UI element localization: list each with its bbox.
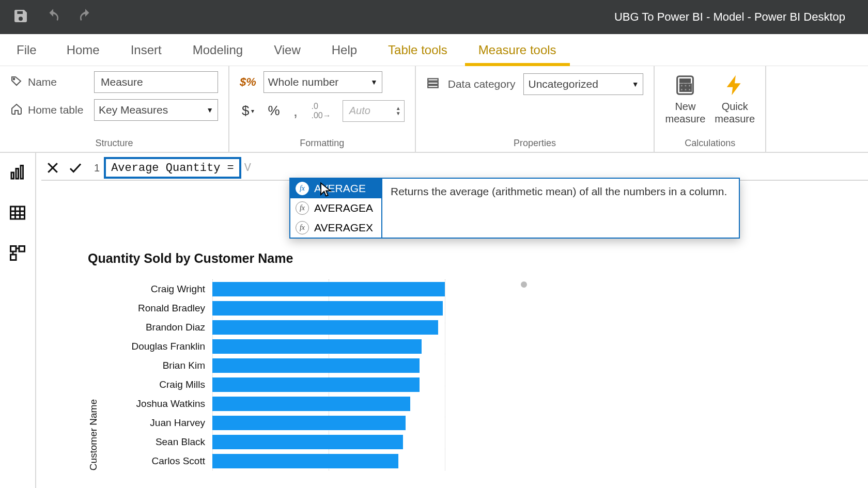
bar-category-label: Juan Harvey [106,417,212,429]
bar[interactable] [212,454,398,468]
decimals-button[interactable]: .0.00→ [309,100,333,122]
ribbon-content: Name Home table Key Measures ▼ Structure [0,66,868,153]
function-description: Returns the average (arithmetic mean) of… [382,179,739,238]
tab-view[interactable]: View [260,35,314,66]
bar-category-label: Craig Mills [106,379,212,390]
svg-rect-12 [11,172,14,179]
format-select[interactable]: Whole number ▼ [264,71,382,93]
formula-input[interactable]: Average Quantity = [104,157,241,179]
chevron-down-icon: ▼ [370,78,378,86]
quick-measure-button[interactable]: Quick measure [715,71,755,125]
svg-rect-20 [11,246,17,252]
bar-category-label: Craig Wright [106,284,212,295]
bar-row: Carlos Scott [106,451,517,470]
tab-insert[interactable]: Insert [117,35,175,66]
function-item-average[interactable]: fxAVERAGE [290,179,381,198]
function-name: AVERAGE [314,182,366,195]
data-category-select[interactable]: Uncategorized ▼ [523,73,643,95]
chevron-down-icon: ▼ [632,80,639,88]
function-item-averagea[interactable]: fxAVERAGEA [290,198,381,218]
svg-rect-6 [680,84,684,87]
home-table-value: Key Measures [99,104,168,116]
tab-file[interactable]: File [4,35,49,66]
fx-icon: fx [296,201,309,215]
format-icon: $% [240,75,256,89]
bar-category-label: Brandon Diaz [106,322,212,333]
tag-icon [10,75,23,90]
bar[interactable] [212,377,420,392]
bar-category-label: Brian Kim [106,360,212,371]
data-view-button[interactable] [8,203,27,222]
group-label-properties: Properties [514,138,556,149]
bar[interactable] [212,339,422,354]
quick-measure-label: Quick measure [715,100,755,125]
function-item-averagex[interactable]: fxAVERAGEX [290,218,381,238]
tab-measure-tools[interactable]: Measure tools [465,35,570,66]
percent-button[interactable]: % [266,101,282,121]
intellisense-popup: fxAVERAGEfxAVERAGEAfxAVERAGEX Returns th… [289,178,740,239]
bar[interactable] [212,320,438,335]
decimal-places-input[interactable]: Auto ▲▼ [343,100,405,122]
svg-rect-8 [688,84,691,87]
formula-bar: 1 Average Quantity = V [41,156,868,181]
redo-icon[interactable] [78,8,93,26]
tab-help[interactable]: Help [318,35,370,66]
tab-table-tools[interactable]: Table tools [375,35,461,66]
save-icon[interactable] [12,8,29,26]
tab-modeling[interactable]: Modeling [179,35,256,66]
bar[interactable] [212,435,403,449]
bar-row: Juan Harvey [106,413,517,432]
currency-button[interactable]: $ ▾ [240,101,256,121]
bar-row: Craig Mills [106,375,517,394]
function-list: fxAVERAGEfxAVERAGEAfxAVERAGEX [290,179,382,238]
svg-rect-7 [684,84,687,87]
svg-rect-22 [11,255,17,260]
bar[interactable] [212,358,420,373]
new-measure-button[interactable]: New measure [665,71,705,125]
home-table-select[interactable]: Key Measures ▼ [94,99,218,121]
ribbon-tabs: File Home Insert Modeling View Help Tabl… [0,34,868,66]
window-title: UBG To Power BI - Model - Power BI Deskt… [93,10,856,24]
bar-row: Joshua Watkins [106,394,517,413]
ribbon-group-calculations: New measure Quick measure Calculations [655,66,766,152]
commit-formula-button[interactable] [64,156,87,179]
home-icon [10,103,23,118]
cancel-formula-button[interactable] [41,156,64,179]
bar-category-label: Joshua Watkins [106,398,212,410]
bar[interactable] [212,282,445,296]
svg-rect-15 [11,207,25,219]
chevron-down-icon: ▾ [251,107,254,115]
group-label-calculations: Calculations [685,138,735,149]
chart-title: Quantity Sold by Customer Name [88,251,517,266]
stepper-icon[interactable]: ▲▼ [396,106,401,116]
tab-measure-tools-label: Measure tools [478,43,556,57]
report-view-button[interactable] [8,163,27,182]
formula-typed-char: V [244,162,251,175]
view-rail [0,153,36,488]
bar[interactable] [212,416,406,430]
svg-rect-3 [428,85,438,87]
function-name: AVERAGEA [314,202,373,214]
model-view-button[interactable] [8,244,27,262]
name-input[interactable] [94,71,218,93]
new-measure-label: New measure [665,100,705,125]
bar-row: Brandon Diaz [106,318,517,337]
svg-rect-13 [16,169,19,179]
bar-row: Douglas Franklin [106,337,517,356]
svg-rect-2 [428,82,438,84]
thousands-separator-button[interactable]: , [291,99,300,122]
bar-chart[interactable]: Quantity Sold by Customer Name Customer … [88,251,517,470]
bar-category-label: Ronald Bradley [106,303,212,314]
fx-icon: fx [296,221,309,234]
chevron-down-icon: ▼ [206,106,213,114]
decimal-placeholder: Auto [349,105,370,117]
scrollbar-thumb[interactable] [521,281,527,288]
group-label-structure: Structure [95,138,133,149]
undo-icon[interactable] [45,8,61,26]
fx-icon: fx [296,182,309,195]
name-label: Name [28,76,57,88]
home-table-label: Home table [28,104,83,116]
tab-home[interactable]: Home [53,35,113,66]
bar[interactable] [212,301,443,316]
bar[interactable] [212,397,410,411]
